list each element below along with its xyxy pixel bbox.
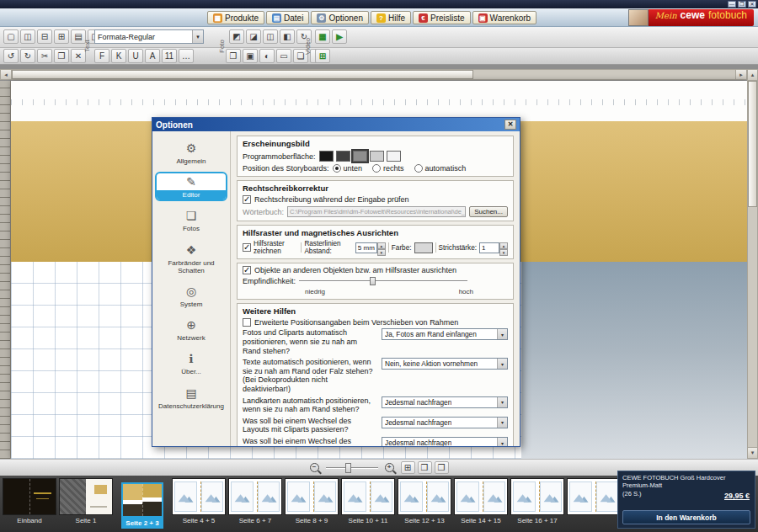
dialog-sidebar-item[interactable]: ▤ Datenschutzerklärung (155, 383, 227, 412)
page-thumbnail[interactable]: Seite 8 + 9 (285, 478, 339, 532)
page-thumbnail[interactable]: Seite 10 + 11 (341, 478, 395, 532)
horizontal-scrollbar[interactable] (0, 69, 747, 80)
add-to-cart-button[interactable]: In den Warenkorb (622, 510, 750, 524)
font-family-select[interactable]: Formata-Regular (94, 29, 204, 44)
menu-button[interactable]: ▤ Datei (266, 11, 309, 24)
dialog-sidebar-item[interactable]: ◎ System (155, 281, 227, 311)
send-to-back-icon[interactable]: ◪ (246, 29, 261, 44)
undo-icon[interactable]: ↺ (3, 49, 19, 63)
spin-down-icon[interactable] (499, 249, 508, 256)
page-thumbnail[interactable]: Einband (3, 478, 56, 532)
dialog-sidebar-item[interactable]: ⊕ Netzwerk (155, 315, 227, 344)
redo-icon[interactable]: ↻ (20, 49, 35, 63)
draw-grid-checkbox[interactable] (243, 243, 251, 252)
radio-icon[interactable] (372, 164, 381, 173)
scroll-down-icon[interactable] (748, 447, 757, 458)
storyboard-radio-option[interactable]: automatisch (414, 164, 467, 173)
chevron-down-icon[interactable] (497, 329, 507, 339)
theme-gray-swatch[interactable] (353, 151, 367, 162)
grid-spacing-stepper[interactable]: 5 mm (355, 242, 386, 253)
effects-icon[interactable]: ◐ (259, 49, 275, 63)
vertical-scrollbar[interactable] (747, 69, 758, 459)
copy-icon[interactable]: ❐ (54, 49, 69, 63)
dialog-sidebar-item[interactable]: ❖ Farbränder und Schatten (155, 240, 227, 277)
dialog-sidebar-item[interactable]: ⚙ Allgemein (155, 138, 227, 168)
chevron-down-icon[interactable] (497, 397, 507, 407)
cut-icon[interactable]: ✂ (37, 49, 52, 63)
menu-button[interactable]: ? Hilfe (371, 11, 411, 24)
helper-select[interactable]: Jedesmal nachfragen (382, 396, 508, 408)
menu-button[interactable]: ▣ Warenkorb (472, 11, 537, 24)
chevron-down-icon[interactable] (497, 438, 507, 446)
italic-button[interactable]: K (111, 49, 126, 63)
radio-icon[interactable] (333, 164, 341, 173)
play-icon[interactable]: ▶ (332, 29, 347, 44)
page-thumbnail[interactable]: Seite 16 + 17 (510, 478, 564, 532)
page-thumbnail[interactable]: Seite 1 (59, 478, 113, 532)
chevron-down-icon[interactable] (497, 418, 507, 428)
zoom-slider[interactable] (326, 463, 378, 473)
grid-color-swatch[interactable] (414, 242, 433, 253)
menu-button[interactable]: ⚙ Optionen (311, 11, 369, 24)
page-thumbnail[interactable]: Seite 14 + 15 (454, 478, 508, 532)
layout-grid-icon[interactable]: ⊞ (54, 29, 69, 44)
page-thumbnail[interactable]: Seite 6 + 7 (228, 478, 282, 532)
more-text-options-button[interactable]: … (179, 49, 194, 63)
dialog-close-icon[interactable]: ✕ (504, 120, 516, 130)
menu-button[interactable]: € Preisliste (413, 11, 471, 24)
underline-button[interactable]: U (128, 49, 143, 63)
theme-lightgray-swatch[interactable] (370, 151, 384, 162)
spread-sky-photo[interactable] (521, 262, 747, 459)
slider-thumb[interactable] (370, 277, 376, 285)
frame-icon[interactable]: ▣ (243, 49, 258, 63)
page-thumbnail[interactable]: Seite 4 + 5 (172, 478, 226, 532)
chevron-down-icon[interactable] (497, 359, 507, 369)
layout-columns-icon[interactable]: ◫ (20, 29, 35, 44)
radio-icon[interactable] (414, 164, 423, 173)
bring-to-front-icon[interactable]: ◩ (229, 29, 244, 44)
add-element-icon[interactable]: ⊞ (315, 49, 330, 63)
zoom-in-icon[interactable]: + (385, 463, 394, 472)
chevron-down-icon[interactable] (192, 30, 203, 43)
flip-horizontal-icon[interactable]: ◧ (280, 29, 295, 44)
crop-icon[interactable]: ❒ (226, 49, 241, 63)
spin-up-icon[interactable] (377, 242, 386, 249)
dialog-sidebar-item[interactable]: ❏ Fotos (155, 205, 227, 235)
helper-select[interactable]: Ja, Fotos am Rand einfangen (382, 328, 508, 340)
dialog-sidebar-item[interactable]: ℹ Über... (155, 348, 227, 378)
dialog-sidebar-item[interactable]: ✎ Editor (155, 172, 227, 201)
theme-black-swatch[interactable] (319, 151, 334, 162)
storyboard-radio-option[interactable]: rechts (372, 164, 404, 173)
scroll-left-icon[interactable] (1, 70, 12, 79)
bold-button[interactable]: F (94, 49, 109, 63)
snap-objects-checkbox[interactable] (243, 266, 251, 274)
helper-select[interactable]: Jedesmal nachfragen (382, 417, 508, 428)
product-price[interactable]: 29,95 € (724, 492, 750, 500)
theme-darkgray-swatch[interactable] (336, 151, 350, 162)
border-icon[interactable]: ▭ (276, 49, 291, 63)
menu-button[interactable]: ▦ Produkte (207, 11, 264, 24)
zoom-out-icon[interactable]: − (310, 463, 319, 472)
font-color-button[interactable]: A (145, 49, 160, 63)
spread-view-icon[interactable]: ❐ (435, 461, 449, 474)
film-icon[interactable]: ▦ (315, 29, 330, 44)
page-thumbnail[interactable]: Seite 2 + 3 (115, 478, 169, 532)
dictionary-path-input[interactable]: C:\Program Files\dm\dm-Fotowelt\Resource… (287, 206, 466, 217)
scroll-right-icon[interactable] (735, 70, 746, 79)
helper-select[interactable]: Jedesmal nachfragen (382, 437, 508, 446)
browse-button[interactable]: Suchen... (469, 206, 508, 217)
vertical-scroll-thumb[interactable] (748, 81, 757, 207)
page-thumbnail[interactable] (567, 478, 621, 532)
horizontal-scroll-thumb[interactable] (12, 70, 473, 79)
close-button[interactable]: ✕ (748, 1, 756, 8)
layout-blank-icon[interactable]: ▢ (3, 29, 19, 44)
font-size-value[interactable]: 11 (162, 49, 177, 63)
align-objects-icon[interactable]: ◫ (263, 29, 278, 44)
storyboard-radio-option[interactable]: unten (333, 164, 363, 173)
dialog-titlebar[interactable]: Optionen ✕ (152, 118, 520, 131)
spin-up-icon[interactable] (499, 242, 508, 249)
scroll-up-icon[interactable] (748, 70, 757, 81)
spellcheck-checkbox[interactable] (243, 195, 251, 204)
extended-position-checkbox[interactable] (243, 318, 251, 327)
zoom-slider-thumb[interactable] (345, 463, 351, 473)
